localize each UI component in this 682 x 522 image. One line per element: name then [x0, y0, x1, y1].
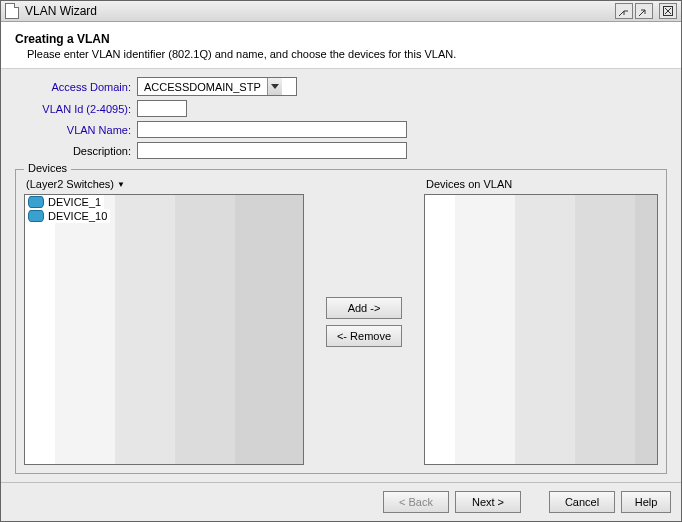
vlan-id-label: VLAN Id (2-4095): [15, 103, 131, 115]
access-domain-value: ACCESSDOMAIN_STP [138, 81, 267, 93]
minimize-icon[interactable] [615, 3, 633, 19]
device-name: DEVICE_10 [48, 210, 107, 222]
access-domain-select[interactable]: ACCESSDOMAIN_STP [137, 77, 297, 96]
devices-legend: Devices [24, 162, 71, 174]
vlan-name-input[interactable] [137, 121, 407, 138]
switch-icon [28, 210, 44, 222]
form-area: Access Domain: ACCESSDOMAIN_STP VLAN Id … [1, 69, 681, 482]
maximize-icon[interactable] [635, 3, 653, 19]
switch-icon [28, 196, 44, 208]
description-input[interactable] [137, 142, 407, 159]
content-area: Creating a VLAN Please enter VLAN identi… [1, 22, 681, 482]
access-domain-label: Access Domain: [15, 81, 131, 93]
devices-fieldset: Devices (Layer2 Switches) ▼ DEVICE_1DEVI… [15, 169, 667, 474]
titlebar: VLAN Wizard [1, 1, 681, 22]
wizard-footer: < Back Next > Cancel Help [1, 482, 681, 521]
page-title: Creating a VLAN [15, 32, 667, 46]
close-icon[interactable] [659, 3, 677, 19]
devices-on-vlan-header: Devices on VLAN [424, 178, 658, 194]
back-button[interactable]: < Back [383, 491, 449, 513]
available-devices-list[interactable]: DEVICE_1DEVICE_10 [24, 194, 304, 465]
cancel-button[interactable]: Cancel [549, 491, 615, 513]
vlan-id-input[interactable] [137, 100, 187, 117]
device-filter-label: (Layer2 Switches) [26, 178, 114, 190]
chevron-down-icon [267, 78, 282, 95]
device-name: DEVICE_1 [48, 196, 101, 208]
devices-on-vlan-list[interactable] [424, 194, 658, 465]
description-label: Description: [15, 145, 131, 157]
window-title: VLAN Wizard [25, 4, 613, 18]
document-icon [5, 3, 19, 19]
add-button[interactable]: Add -> [326, 297, 402, 319]
vlan-wizard-window: VLAN Wizard Creating a VLAN Please enter… [0, 0, 682, 522]
remove-button[interactable]: <- Remove [326, 325, 402, 347]
vlan-name-label: VLAN Name: [15, 124, 131, 136]
list-item[interactable]: DEVICE_1 [25, 195, 104, 209]
wizard-header: Creating a VLAN Please enter VLAN identi… [1, 22, 681, 69]
device-filter-dropdown[interactable]: (Layer2 Switches) ▼ [24, 178, 304, 194]
help-button[interactable]: Help [621, 491, 671, 513]
chevron-down-icon: ▼ [117, 180, 125, 189]
page-description: Please enter VLAN identifier (802.1Q) an… [27, 48, 667, 60]
list-item[interactable]: DEVICE_10 [25, 209, 110, 223]
next-button[interactable]: Next > [455, 491, 521, 513]
